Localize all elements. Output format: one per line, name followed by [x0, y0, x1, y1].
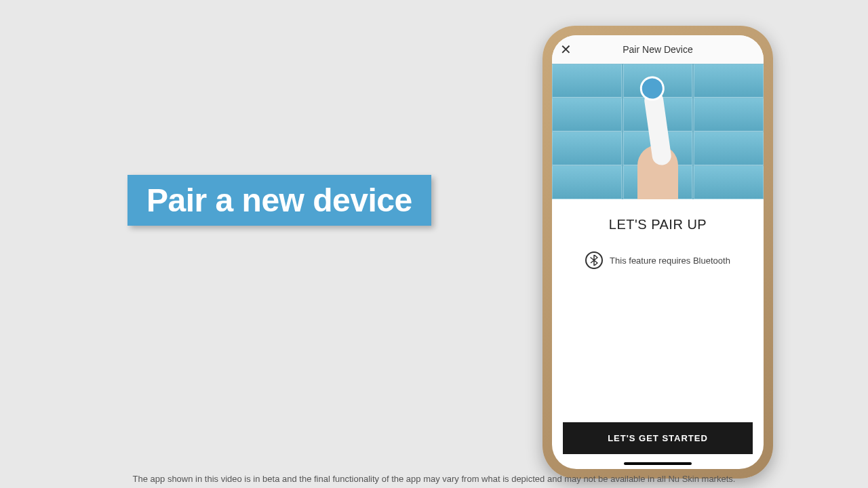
- header-title: Pair New Device: [623, 44, 692, 55]
- content-area: LET'S PAIR UP This feature requires Blue…: [552, 199, 764, 422]
- hand-holding-device: [637, 145, 678, 199]
- slide-title: Pair a new device: [127, 175, 431, 226]
- bluetooth-text: This feature requires Bluetooth: [610, 256, 730, 266]
- bluetooth-icon: [585, 251, 603, 269]
- disclaimer-text: The app shown in this video is in beta a…: [0, 474, 868, 484]
- bluetooth-requirement: This feature requires Bluetooth: [566, 251, 750, 269]
- pair-heading: LET'S PAIR UP: [566, 217, 750, 232]
- get-started-button[interactable]: LET'S GET STARTED: [563, 422, 753, 454]
- phone-frame: ✕ Pair New Device LET'S PAIR UP: [542, 26, 773, 479]
- home-indicator[interactable]: [624, 462, 692, 465]
- phone-screen: ✕ Pair New Device LET'S PAIR UP: [552, 35, 764, 469]
- close-icon[interactable]: ✕: [560, 43, 572, 56]
- app-header: ✕ Pair New Device: [552, 35, 764, 64]
- hero-image: [552, 64, 764, 199]
